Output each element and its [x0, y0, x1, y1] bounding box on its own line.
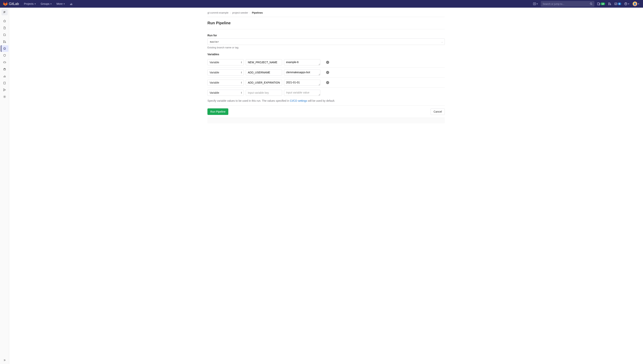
variable-value-input[interactable] [284, 59, 320, 66]
remove-variable-button[interactable]: − [326, 71, 329, 74]
sidebar: P [0, 8, 9, 364]
home-icon [3, 20, 6, 22]
branch-hint: Existing branch name or tag [207, 46, 445, 49]
breadcrumb: gl-commit-example › project-seeder › Pip… [207, 10, 445, 17]
sidebar-item-cicd[interactable] [1, 45, 9, 52]
todo-icon [614, 2, 617, 5]
gitlab-logo[interactable]: GitLab [3, 2, 19, 6]
scissors-icon [3, 88, 6, 92]
variable-value-input[interactable] [284, 80, 320, 86]
search-input[interactable] [543, 2, 590, 5]
variable-type-select[interactable]: Variable ▲▼ [207, 90, 244, 96]
file-icon [3, 26, 6, 30]
remove-variable-button[interactable]: − [326, 81, 329, 84]
svg-point-14 [4, 96, 5, 97]
sidebar-item-overview[interactable] [1, 18, 9, 24]
variable-value-input[interactable] [284, 70, 320, 76]
variable-row: Variable ▲▼ − [207, 68, 445, 78]
select-arrows-icon: ▲▼ [241, 92, 242, 94]
nav-projects[interactable]: Projects▼ [22, 1, 38, 6]
svg-rect-11 [4, 69, 6, 70]
nav-groups[interactable]: Groups▼ [39, 1, 54, 6]
todos-link[interactable]: 6 [614, 2, 621, 6]
variable-row: Variable ▲▼ − [207, 78, 445, 88]
sidebar-item-operations[interactable] [1, 59, 9, 66]
rocket-icon [3, 47, 6, 50]
nav-analytics[interactable] [68, 1, 75, 6]
svg-point-12 [4, 89, 4, 90]
gitlab-tanuki-icon [3, 2, 8, 6]
svg-point-9 [4, 42, 4, 43]
branch-value: master [210, 40, 219, 43]
chevron-down-icon: ▼ [536, 3, 538, 5]
issues-badge: 12 [600, 2, 605, 5]
svg-point-1 [590, 3, 592, 4]
project-avatar[interactable]: P [2, 9, 8, 15]
chevron-down-icon: ▼ [638, 3, 639, 5]
issue-icon [3, 33, 6, 36]
variable-key-input[interactable] [246, 59, 282, 66]
variable-type-select[interactable]: Variable ▲▼ [207, 70, 244, 76]
variables-label: Variables [207, 53, 445, 56]
help-link[interactable]: ▼ [624, 2, 630, 6]
form-actions: Run Pipeline Cancel [207, 106, 445, 118]
sidebar-item-analytics[interactable] [1, 73, 9, 79]
nav-right: ▼ 12 6 ▼ 👤 ▼ [533, 1, 640, 7]
run-for-label: Run for [207, 34, 445, 37]
merge-requests-link[interactable] [608, 2, 612, 6]
variable-key-input[interactable] [246, 90, 282, 96]
cloud-icon [3, 61, 6, 64]
page-title: Run Pipeline [207, 17, 445, 29]
chevron-down-icon: ▼ [34, 3, 36, 5]
breadcrumb-group[interactable]: gl-commit-example [207, 11, 228, 14]
variable-key-input[interactable] [246, 80, 282, 86]
svg-point-5 [610, 4, 611, 5]
remove-variable-button[interactable]: − [326, 61, 329, 64]
cancel-button[interactable]: Cancel [431, 108, 445, 115]
svg-point-4 [608, 4, 609, 5]
main-content: gl-commit-example › project-seeder › Pip… [9, 8, 643, 364]
chart-icon [3, 74, 6, 78]
plus-square-icon [533, 2, 536, 5]
gear-icon [3, 95, 6, 98]
run-pipeline-button[interactable]: Run Pipeline [207, 108, 228, 115]
sidebar-item-merge-requests[interactable] [1, 38, 9, 45]
sidebar-item-settings[interactable] [1, 94, 9, 100]
user-menu[interactable]: 👤 ▼ [632, 1, 640, 6]
minus-icon: − [327, 71, 328, 74]
help-icon [624, 2, 627, 5]
chevron-right-icon: › [250, 12, 250, 14]
nav-more[interactable]: More▼ [55, 1, 67, 6]
cicd-settings-link[interactable]: CI/CD settings [290, 99, 307, 102]
variable-type-select[interactable]: Variable ▲▼ [207, 80, 244, 86]
todos-badge: 6 [618, 2, 621, 5]
create-new-button[interactable]: ▼ [533, 2, 538, 6]
variable-row: Variable ▲▼ − [207, 57, 445, 68]
sidebar-expand-button[interactable] [1, 356, 9, 364]
variable-key-input[interactable] [246, 70, 282, 76]
sidebar-item-issues[interactable] [1, 32, 9, 38]
sidebar-item-packages[interactable] [1, 66, 9, 72]
book-icon [3, 82, 6, 84]
merge-request-icon [608, 2, 611, 5]
variable-value-input[interactable] [284, 90, 320, 96]
svg-point-10 [5, 42, 6, 43]
sidebar-item-wiki[interactable] [1, 80, 9, 86]
svg-point-8 [4, 40, 4, 41]
sidebar-item-snippets[interactable] [1, 86, 9, 93]
footer-area [207, 118, 445, 124]
issues-link[interactable]: 12 [597, 2, 605, 6]
sidebar-item-repository[interactable] [1, 25, 9, 31]
chevron-down-icon: ▼ [628, 3, 629, 5]
branch-select[interactable]: master ⌄ [207, 38, 445, 45]
chevron-right-icon: › [230, 12, 231, 14]
chevron-down-icon: ▼ [63, 3, 65, 5]
chevron-double-right-icon [3, 359, 6, 362]
select-arrows-icon: ▲▼ [241, 71, 242, 74]
breadcrumb-project[interactable]: project-seeder [232, 11, 248, 14]
search-box[interactable] [541, 1, 594, 7]
sidebar-item-security[interactable] [1, 52, 9, 59]
top-navigation: GitLab Projects▼ Groups▼ More▼ ▼ 12 6 [0, 0, 643, 8]
variable-type-select[interactable]: Variable ▲▼ [207, 59, 244, 66]
variable-row-empty: Variable ▲▼ [207, 88, 445, 98]
